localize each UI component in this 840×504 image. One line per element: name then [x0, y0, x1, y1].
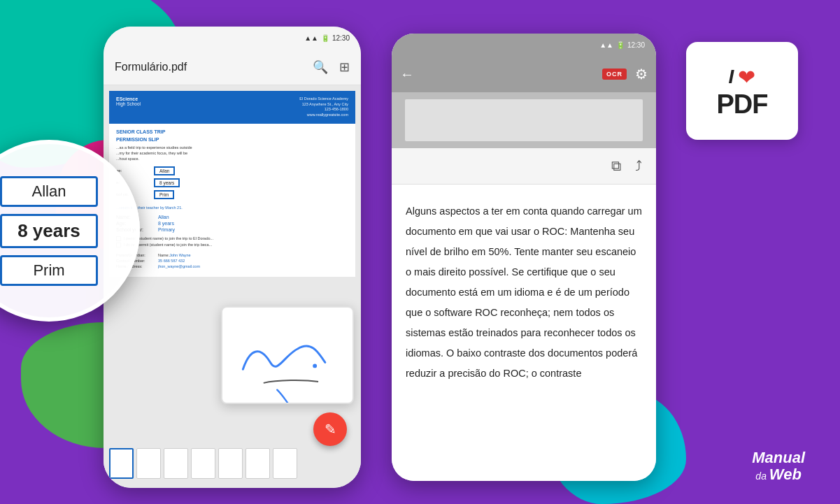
- right-status-icons: ▲▲ 🔋 12:30: [599, 41, 645, 49]
- right-actions: ⧉ ⤴: [392, 148, 656, 185]
- main-container: ▲▲ 🔋 12:30 Formulário.pdf 🔍 ⊞ EScience H…: [0, 0, 840, 504]
- search-icon[interactable]: 🔍: [313, 59, 328, 75]
- school-name: EScience High School: [116, 96, 141, 118]
- pdf-form-school-year: ool year: Prim: [116, 190, 348, 199]
- pdf-header: EScience High School El Dorado Science A…: [109, 91, 355, 124]
- zoom-school-year-field: Prim: [0, 255, 98, 286]
- pdf-doc-title1: SENIOR CLASS TRIP: [116, 129, 348, 134]
- pdf-form-name: ne: Allan: [116, 166, 348, 175]
- share-icon[interactable]: ⤴: [635, 158, 642, 174]
- right-time-display: 12:30: [627, 41, 645, 49]
- manual-logo-line1: Manual: [752, 449, 805, 466]
- battery-icon: 🔋: [321, 34, 329, 42]
- toolbar-icons: 🔍 ⊞: [313, 59, 350, 75]
- thumb-2[interactable]: [136, 448, 161, 479]
- thumbnail-strip: [104, 446, 361, 481]
- pdf-checkboxes: I permit (student name) to join the trip…: [116, 236, 348, 247]
- pdf-content-area: EScience High School El Dorado Science A…: [104, 85, 361, 488]
- ocr-text-content: Alguns aspectos a ter em conta quando ca…: [392, 185, 656, 481]
- zoom-age-field: 8 years: [0, 214, 98, 248]
- grid-icon[interactable]: ⊞: [339, 59, 350, 75]
- copy-icon[interactable]: ⧉: [611, 158, 621, 174]
- manual-logo: Manual da da WebWeb: [752, 449, 805, 483]
- ocr-text: Alguns aspectos a ter em conta quando ca…: [406, 206, 642, 379]
- scan-preview: [405, 99, 643, 141]
- left-status-bar: ▲▲ 🔋 12:30: [104, 27, 361, 49]
- thumb-4[interactable]: [191, 448, 215, 479]
- manual-logo-da: da: [755, 470, 769, 482]
- left-status-icons: ▲▲ 🔋 12:30: [304, 34, 350, 42]
- fab-button[interactable]: ✎: [313, 412, 347, 446]
- school-address: El Dorado Science Academy123 Anywhere St…: [299, 96, 348, 118]
- pdf-doc-title2: PERMISSION SLIP: [116, 137, 348, 142]
- thumb-5[interactable]: [218, 448, 243, 479]
- signal-icon: ▲▲: [304, 34, 318, 42]
- ilovepdf-badge: I ❤ PDF: [686, 42, 798, 140]
- thumb-1[interactable]: [109, 448, 134, 479]
- pdf-guardian-info: Parent/Guardian: Name: John Wayne Contac…: [116, 253, 348, 268]
- pdf-badge-text: PDF: [717, 91, 768, 117]
- right-signal-icon: ▲▲: [599, 41, 613, 49]
- signature-svg: [222, 315, 353, 404]
- settings-icon[interactable]: ⚙: [635, 66, 648, 82]
- time-display: 12:30: [332, 34, 350, 42]
- fab-icon: ✎: [325, 421, 336, 438]
- right-toolbar: ← OCR ⚙: [392, 56, 656, 92]
- right-status-bar: ▲▲ 🔋 12:30: [392, 34, 656, 56]
- pdf-document: EScience High School El Dorado Science A…: [109, 91, 355, 277]
- right-battery-icon: 🔋: [616, 41, 625, 49]
- zoom-name-field: Allan: [0, 176, 98, 207]
- heart-icon: ❤: [738, 65, 755, 89]
- filled-age: Age: 8 years: [116, 221, 348, 226]
- pdf-return-note: ...return it to their teacher by March 2…: [116, 205, 348, 210]
- thumb-6[interactable]: [245, 448, 270, 479]
- signature-box: [221, 306, 354, 404]
- ocr-tag: OCR: [602, 69, 627, 80]
- ilovepdf-top: I ❤: [729, 65, 756, 89]
- thumb-3[interactable]: [164, 448, 188, 479]
- back-button[interactable]: ←: [400, 66, 414, 82]
- filled-school-year: School year: Primary: [116, 227, 348, 232]
- phone-left: ▲▲ 🔋 12:30 Formulário.pdf 🔍 ⊞ EScience H…: [104, 27, 361, 488]
- svg-point-0: [313, 363, 317, 368]
- pdf-filled-section: Name: Allan Age: 8 years School year: Pr…: [116, 215, 348, 232]
- filled-name: Name: Allan: [116, 215, 348, 219]
- scan-area: [392, 92, 656, 148]
- phone-right: ▲▲ 🔋 12:30 ← OCR ⚙ ⧉ ⤴ Alguns aspectos a…: [392, 34, 656, 481]
- left-toolbar: Formulário.pdf 🔍 ⊞: [104, 49, 361, 85]
- pdf-body-text: ...as a field trip to experience studies…: [116, 145, 348, 162]
- i-letter: I: [729, 66, 734, 88]
- pdf-title-bar: Formulário.pdf: [115, 61, 313, 73]
- thumb-7[interactable]: [273, 448, 297, 479]
- pdf-form-age: e: 8 years: [116, 178, 348, 187]
